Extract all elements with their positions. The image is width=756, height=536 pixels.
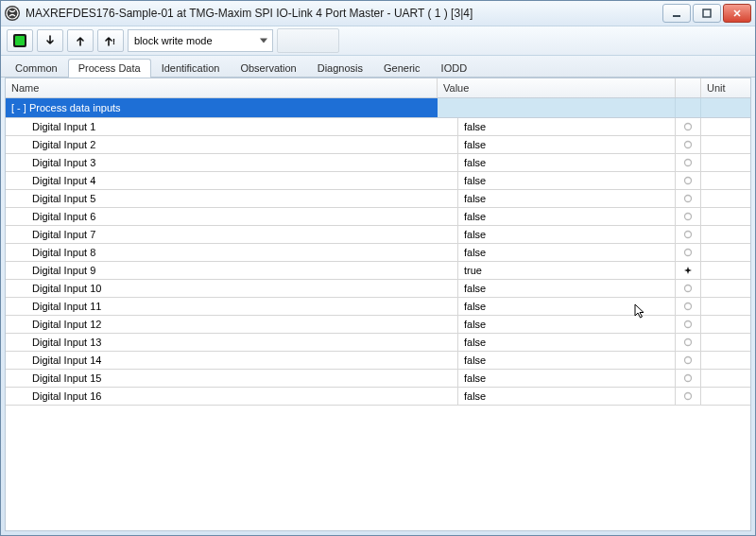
row-value: false xyxy=(458,172,676,189)
indicator-on-icon xyxy=(676,262,701,279)
svg-point-7 xyxy=(685,160,692,166)
tab-observation[interactable]: Observation xyxy=(230,59,306,78)
window-title: MAXREFDES176-Sample-01 at TMG-Maxim SPI … xyxy=(26,7,662,20)
table-row[interactable]: Digital Input 14false xyxy=(6,352,750,370)
row-unit xyxy=(701,208,750,225)
grid-body[interactable]: [ - ] Process data inputs Digital Input … xyxy=(6,98,750,530)
write-mode-label: block write mode xyxy=(134,35,213,46)
upload-priority-button[interactable]: ! xyxy=(97,29,124,52)
indicator-off-icon xyxy=(676,334,701,351)
row-name: Digital Input 14 xyxy=(6,352,458,369)
toolbar: ! block write mode xyxy=(1,26,755,56)
row-value: false xyxy=(458,136,676,153)
row-value: false xyxy=(458,370,676,387)
column-header-indicator xyxy=(676,78,701,97)
indicator-off-icon xyxy=(676,352,701,369)
toolbar-blank-button[interactable] xyxy=(277,28,339,53)
write-mode-select[interactable]: block write mode xyxy=(128,29,273,52)
table-row[interactable]: Digital Input 8false xyxy=(6,244,750,262)
row-name: Digital Input 12 xyxy=(6,316,458,333)
table-row[interactable]: Digital Input 1false xyxy=(6,118,750,136)
svg-point-12 xyxy=(685,250,692,256)
svg-point-6 xyxy=(685,142,692,148)
table-row[interactable]: Digital Input 3false xyxy=(6,154,750,172)
indicator-off-icon xyxy=(676,172,701,189)
download-button[interactable] xyxy=(37,29,63,52)
indicator-off-icon xyxy=(676,370,701,387)
row-unit xyxy=(701,136,750,153)
table-row[interactable]: Digital Input 7false xyxy=(6,226,750,244)
row-unit xyxy=(701,262,750,279)
row-value: false xyxy=(458,352,676,369)
table-row[interactable]: Digital Input 16false xyxy=(6,388,750,406)
indicator-off-icon xyxy=(676,136,701,153)
table-row[interactable]: Digital Input 10false xyxy=(6,280,750,298)
tab-iodd[interactable]: IODD xyxy=(431,59,478,78)
svg-rect-1 xyxy=(703,9,711,17)
table-row[interactable]: Digital Input 12false xyxy=(6,316,750,334)
tab-generic[interactable]: Generic xyxy=(373,59,431,78)
svg-point-9 xyxy=(685,196,692,202)
svg-point-5 xyxy=(685,124,692,130)
row-unit xyxy=(701,190,750,207)
upload-button[interactable] xyxy=(67,29,94,52)
row-value: true xyxy=(458,262,676,279)
svg-rect-0 xyxy=(673,15,680,17)
table-row[interactable]: Digital Input 11false xyxy=(6,298,750,316)
tab-identification[interactable]: Identification xyxy=(151,59,231,78)
row-unit xyxy=(701,370,750,387)
svg-rect-3 xyxy=(15,36,25,45)
table-row[interactable]: Digital Input 15false xyxy=(6,370,750,388)
indicator-off-icon xyxy=(676,118,701,135)
row-unit xyxy=(701,316,750,333)
row-value: false xyxy=(458,244,676,261)
svg-point-11 xyxy=(685,232,692,238)
tab-diagnosis[interactable]: Diagnosis xyxy=(307,59,373,78)
table-row[interactable]: Digital Input 6false xyxy=(6,208,750,226)
row-unit xyxy=(701,334,750,351)
row-value: false xyxy=(458,280,676,297)
svg-point-15 xyxy=(685,321,692,328)
row-value: false xyxy=(458,154,676,171)
row-unit xyxy=(701,118,750,135)
row-name: Digital Input 9 xyxy=(6,262,458,279)
svg-point-19 xyxy=(685,393,692,400)
row-unit xyxy=(701,154,750,171)
table-row[interactable]: Digital Input 5false xyxy=(6,190,750,208)
row-name: Digital Input 4 xyxy=(6,172,458,189)
indicator-off-icon xyxy=(676,280,701,297)
row-name: Digital Input 2 xyxy=(6,136,458,153)
table-row[interactable]: Digital Input 4false xyxy=(6,172,750,190)
section-row-process-data-inputs[interactable]: [ - ] Process data inputs xyxy=(6,98,750,118)
run-button[interactable] xyxy=(7,29,33,52)
column-header-name[interactable]: Name xyxy=(6,78,438,97)
section-label: [ - ] Process data inputs xyxy=(6,98,438,117)
table-row[interactable]: Digital Input 2false xyxy=(6,136,750,154)
indicator-off-icon xyxy=(676,298,701,315)
minimize-button[interactable] xyxy=(662,4,691,23)
column-header-value[interactable]: Value xyxy=(438,78,676,97)
table-row[interactable]: Digital Input 13false xyxy=(6,334,750,352)
tab-process-data[interactable]: Process Data xyxy=(68,59,151,78)
table-row[interactable]: Digital Input 9true xyxy=(6,262,750,280)
row-value: false xyxy=(458,316,676,333)
row-name: Digital Input 11 xyxy=(6,298,458,315)
indicator-off-icon xyxy=(676,388,701,405)
indicator-off-icon xyxy=(676,244,701,261)
column-header-unit[interactable]: Unit xyxy=(701,78,750,97)
indicator-off-icon xyxy=(676,316,701,333)
svg-point-10 xyxy=(685,214,692,220)
row-value: false xyxy=(458,298,676,315)
grid-header: Name Value Unit xyxy=(6,78,750,98)
row-name: Digital Input 5 xyxy=(6,190,458,207)
maximize-button[interactable] xyxy=(693,4,721,23)
close-button[interactable] xyxy=(723,4,751,23)
row-name: Digital Input 6 xyxy=(6,208,458,225)
titlebar[interactable]: MAXREFDES176-Sample-01 at TMG-Maxim SPI … xyxy=(1,1,755,26)
indicator-off-icon xyxy=(676,190,701,207)
row-unit xyxy=(701,298,750,315)
row-unit xyxy=(701,388,750,405)
tab-common[interactable]: Common xyxy=(5,59,68,78)
svg-point-18 xyxy=(685,375,692,382)
row-unit xyxy=(701,244,750,261)
